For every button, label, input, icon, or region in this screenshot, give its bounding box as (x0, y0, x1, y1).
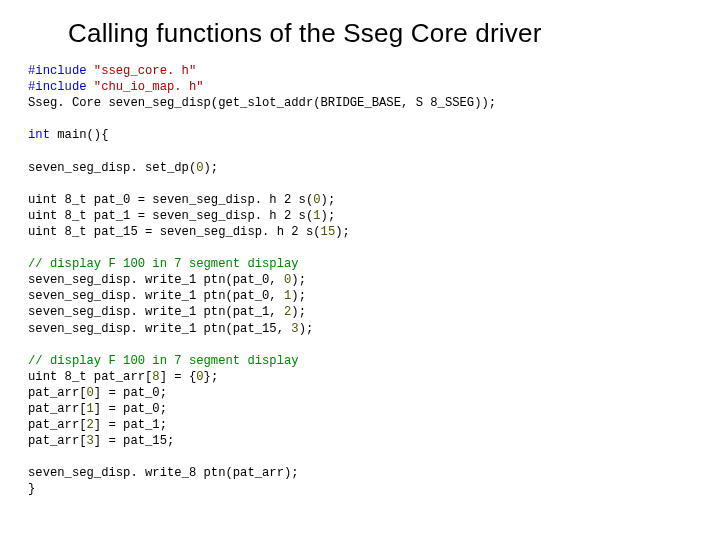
code-line: ); (291, 289, 306, 303)
code-line: ] = pat_0; (94, 386, 167, 400)
slide-container: Calling functions of the Sseg Core drive… (0, 0, 720, 498)
main-signature: main(){ (50, 128, 109, 142)
comment-line: // display F 100 in 7 segment display (28, 354, 299, 368)
code-line: ); (204, 161, 219, 175)
code-line: ); (321, 209, 336, 223)
code-line: seven_seg_disp. set_dp( (28, 161, 196, 175)
code-line: ] = { (160, 370, 197, 384)
include-keyword: #include (28, 80, 87, 94)
code-line: seven_seg_disp. write_1 ptn(pat_0, (28, 289, 284, 303)
number-literal: 0 (196, 161, 203, 175)
code-line: pat_arr[ (28, 386, 87, 400)
code-line: pat_arr[ (28, 418, 87, 432)
number-literal: 8 (152, 370, 159, 384)
code-line: seven_seg_disp. write_1 ptn(pat_15, (28, 322, 291, 336)
slide-title: Calling functions of the Sseg Core drive… (68, 18, 692, 49)
decl-line: Sseg. Core seven_seg_disp(get_slot_addr(… (28, 96, 496, 110)
number-literal: 0 (87, 386, 94, 400)
number-literal: 0 (196, 370, 203, 384)
include-string: "chu_io_map. h" (94, 80, 204, 94)
code-line: ); (291, 273, 306, 287)
code-line: ); (321, 193, 336, 207)
code-line: ] = pat_1; (94, 418, 167, 432)
number-literal: 2 (87, 418, 94, 432)
comment-line: // display F 100 in 7 segment display (28, 257, 299, 271)
number-literal: 1 (313, 209, 320, 223)
code-line: ); (291, 305, 306, 319)
number-literal: 0 (313, 193, 320, 207)
code-line: ] = pat_15; (94, 434, 174, 448)
code-line: ); (299, 322, 314, 336)
include-string: "sseg_core. h" (94, 64, 196, 78)
code-line: uint 8_t pat_15 = seven_seg_disp. h 2 s( (28, 225, 321, 239)
code-line: ); (335, 225, 350, 239)
code-line: uint 8_t pat_arr[ (28, 370, 152, 384)
int-keyword: int (28, 128, 50, 142)
code-line: seven_seg_disp. write_1 ptn(pat_1, (28, 305, 284, 319)
number-literal: 3 (87, 434, 94, 448)
code-line: pat_arr[ (28, 402, 87, 416)
code-block: #include "sseg_core. h" #include "chu_io… (28, 63, 692, 498)
number-literal: 1 (87, 402, 94, 416)
code-line: uint 8_t pat_0 = seven_seg_disp. h 2 s( (28, 193, 313, 207)
code-line: seven_seg_disp. write_1 ptn(pat_0, (28, 273, 284, 287)
close-brace: } (28, 482, 35, 496)
number-literal: 15 (321, 225, 336, 239)
include-keyword: #include (28, 64, 87, 78)
code-line: uint 8_t pat_1 = seven_seg_disp. h 2 s( (28, 209, 313, 223)
number-literal: 3 (291, 322, 298, 336)
code-line: pat_arr[ (28, 434, 87, 448)
code-line: ] = pat_0; (94, 402, 167, 416)
code-line: seven_seg_disp. write_8 ptn(pat_arr); (28, 466, 299, 480)
code-line: }; (204, 370, 219, 384)
